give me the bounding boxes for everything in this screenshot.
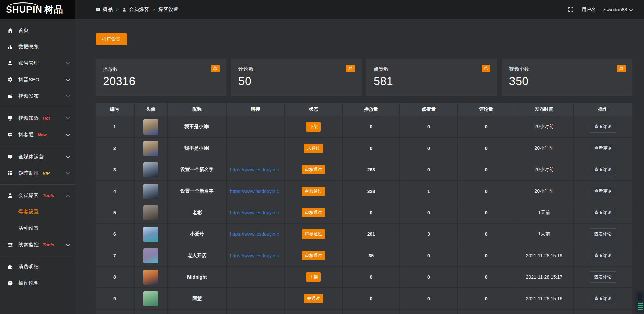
table-body: 1我不是小帅!下架00020小时前查看评论2我不是小帅!未通过00020小时前查… bbox=[96, 116, 632, 314]
breadcrumb-item-树品[interactable]: 树品 bbox=[96, 6, 113, 13]
avatar-dusk-sky bbox=[143, 162, 158, 177]
floating-widget[interactable] bbox=[635, 291, 644, 313]
user-menu[interactable]: 用户名：zswodun88 bbox=[582, 7, 632, 13]
fullscreen-icon[interactable] bbox=[568, 7, 574, 12]
sidebar-item-全媒体运营[interactable]: 全媒体运营 bbox=[0, 149, 75, 165]
status-badge: 下架 bbox=[306, 272, 321, 282]
sidebar-item-抖客通[interactable]: 抖客通New bbox=[0, 126, 75, 143]
cell-comments bbox=[458, 310, 515, 314]
cell-nickname: Midnight bbox=[168, 267, 227, 288]
sidebar-item-label: 抖音SEO bbox=[18, 76, 39, 83]
cell-likes: 0 bbox=[400, 267, 458, 288]
cell-id: 9 bbox=[96, 288, 135, 310]
cell-plays: 0 bbox=[343, 116, 400, 138]
view-comments-button[interactable]: 查看评论 bbox=[590, 250, 616, 261]
sidebar-item-矩阵助推[interactable]: 矩阵助推VIP bbox=[0, 165, 75, 181]
video-link[interactable]: https://www.iesdouyin.c bbox=[230, 231, 279, 237]
view-comments-button[interactable]: 查看评论 bbox=[590, 186, 616, 197]
cell-status: 未通过 bbox=[285, 288, 343, 310]
chevron-down-icon bbox=[66, 242, 70, 246]
view-comments-button[interactable]: 查看评论 bbox=[590, 164, 616, 175]
sliders-icon bbox=[7, 242, 13, 248]
stat-card-label: 播放数 bbox=[103, 66, 219, 72]
cell-plays bbox=[343, 310, 400, 314]
view-comments-button[interactable]: 查看评论 bbox=[590, 121, 616, 133]
cell-id: 1 bbox=[96, 116, 135, 138]
cell-plays: 263 bbox=[343, 159, 400, 181]
sidebar-item-首页[interactable]: 首页 bbox=[0, 22, 75, 39]
sidebar-item-会员爆客[interactable]: 会员爆客Tools bbox=[0, 187, 75, 204]
promo-settings-button[interactable]: 推广设置 bbox=[96, 33, 127, 45]
floating-widget-bar bbox=[638, 305, 643, 306]
view-comments-button[interactable]: 查看评论 bbox=[590, 293, 616, 304]
sidebar-divider bbox=[0, 107, 75, 107]
sidebar-item-label: 会员爆客 bbox=[18, 192, 39, 199]
avatar-man-face bbox=[143, 205, 158, 220]
status-badge: 审核通过 bbox=[302, 208, 325, 217]
status-badge: 审核通过 bbox=[302, 165, 325, 174]
sidebar-item-label: 抖客通 bbox=[18, 132, 34, 138]
chevron-down-icon bbox=[66, 94, 70, 97]
video-link[interactable]: https://www.iesdouyin.c bbox=[230, 253, 279, 258]
table-row: 7老人开店https://www.iesdouyin.c审核通过35002021… bbox=[96, 245, 632, 267]
breadcrumb-label: 树品 bbox=[103, 6, 113, 13]
stat-card-视频个数: 视频个数350总 bbox=[502, 59, 633, 96]
sidebar-item-账号管理[interactable]: 账号管理 bbox=[0, 55, 75, 71]
app-root: SHUPIN 树品 首页数据总览账号管理抖音SEO视频发布视频加热Hot抖客通N… bbox=[0, 0, 644, 314]
sidebar-item-视频发布[interactable]: 视频发布 bbox=[0, 88, 75, 104]
grid-icon bbox=[7, 170, 13, 176]
chevron-down-icon bbox=[66, 154, 70, 158]
cell-status bbox=[285, 310, 343, 314]
sidebar-item-数据总览[interactable]: 数据总览 bbox=[0, 39, 75, 55]
breadcrumb-item-会员爆客[interactable]: 会员爆客 bbox=[122, 6, 149, 13]
view-comments-button[interactable]: 查看评论 bbox=[590, 228, 616, 240]
top-header: 树品>会员爆客>爆客设置 用户名：zswodun88 bbox=[75, 0, 644, 19]
chevron-down-icon bbox=[66, 132, 70, 136]
chevron-up-icon bbox=[66, 194, 70, 198]
cell-time: 20小时前 bbox=[515, 116, 574, 138]
video-link[interactable]: https://www.iesdouyin.c bbox=[230, 167, 279, 172]
wallet-icon bbox=[7, 264, 13, 270]
video-link[interactable]: https://www.iesdouyin.c bbox=[230, 189, 279, 194]
sidebar-item-视频加热[interactable]: 视频加热Hot bbox=[0, 110, 75, 126]
cell-comments: 0 bbox=[458, 116, 515, 138]
cell-id: 4 bbox=[96, 181, 135, 202]
cell-likes: 0 bbox=[400, 116, 458, 138]
cell-action: 查看评论 bbox=[574, 202, 632, 224]
cell-nickname: 阿慧 bbox=[168, 288, 227, 310]
cell-action: 查看评论 bbox=[574, 138, 632, 159]
svg-text:?: ? bbox=[9, 281, 11, 285]
sidebar-item-label: 消费明细 bbox=[18, 264, 39, 270]
status-badge: 未通过 bbox=[304, 144, 323, 153]
column-header-发布时间: 发布时间 bbox=[515, 103, 574, 116]
view-comments-button[interactable]: 查看评论 bbox=[590, 143, 616, 154]
view-comments-button[interactable]: 查看评论 bbox=[590, 207, 616, 218]
column-header-昵称: 昵称 bbox=[168, 103, 227, 116]
cell-id bbox=[96, 310, 135, 314]
sidebar-subitem-活动设置[interactable]: 活动设置 bbox=[0, 220, 75, 237]
sidebar-item-消费明细[interactable]: 消费明细 bbox=[0, 259, 75, 275]
sidebar-item-抖音SEO[interactable]: 抖音SEO bbox=[0, 71, 75, 88]
video-icon bbox=[7, 93, 13, 99]
cell-link bbox=[227, 116, 285, 138]
cell-id: 6 bbox=[96, 224, 135, 245]
sidebar-item-操作说明[interactable]: ?操作说明 bbox=[0, 275, 75, 292]
sidebar-item-线索监控[interactable]: 线索监控Tools bbox=[0, 237, 75, 253]
cell-time: 20小时前 bbox=[515, 181, 574, 202]
breadcrumb-item-爆客设置: 爆客设置 bbox=[158, 6, 178, 13]
cell-status: 审核通过 bbox=[285, 245, 343, 267]
breadcrumb-separator: > bbox=[153, 7, 155, 12]
cell-id: 3 bbox=[96, 159, 135, 181]
cell-link: https://www.iesdouyin.c bbox=[227, 181, 285, 202]
cell-time: 2021-11-28 15:16 bbox=[515, 288, 574, 310]
total-badge: 总 bbox=[346, 65, 355, 72]
cell-id: 5 bbox=[96, 202, 135, 224]
video-link[interactable]: https://www.iesdouyin.c bbox=[230, 210, 279, 215]
breadcrumb-label: 会员爆客 bbox=[129, 6, 149, 13]
sidebar-subitem-爆客设置[interactable]: 爆客设置 bbox=[0, 204, 75, 220]
view-comments-button[interactable]: 查看评论 bbox=[590, 271, 616, 283]
cell-nickname bbox=[168, 310, 227, 314]
sidebar-item-tag: VIP bbox=[43, 171, 50, 176]
column-header-头像: 头像 bbox=[135, 103, 168, 116]
cell-link bbox=[227, 310, 285, 314]
